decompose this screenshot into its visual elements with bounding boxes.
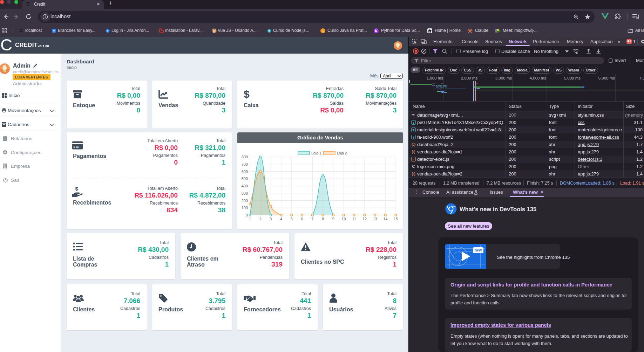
svg-text:800: 800 xyxy=(242,155,248,159)
svg-text:Loja 2: Loja 2 xyxy=(337,151,347,155)
svg-text:1: 1 xyxy=(249,217,251,221)
svg-text:600: 600 xyxy=(242,170,248,174)
svg-text:11: 11 xyxy=(352,217,356,221)
svg-text:7: 7 xyxy=(311,217,313,221)
svg-text:14: 14 xyxy=(383,217,387,221)
svg-text:200: 200 xyxy=(242,199,248,203)
svg-text:3: 3 xyxy=(270,217,272,221)
svg-text:15: 15 xyxy=(394,217,398,221)
svg-text:100: 100 xyxy=(242,206,248,210)
svg-text:300: 300 xyxy=(242,191,248,195)
svg-text:0: 0 xyxy=(246,213,248,217)
svg-text:Loja 1: Loja 1 xyxy=(311,151,321,155)
svg-text:2: 2 xyxy=(259,217,262,221)
svg-text:8: 8 xyxy=(322,217,324,221)
svg-text:9: 9 xyxy=(332,217,334,221)
svg-text:700: 700 xyxy=(242,162,248,166)
svg-text:5: 5 xyxy=(291,217,293,221)
svg-text:$: $ xyxy=(75,186,79,192)
svg-text:500: 500 xyxy=(242,177,248,181)
svg-text:12: 12 xyxy=(362,217,367,221)
svg-text:13: 13 xyxy=(373,217,377,221)
svg-text:400: 400 xyxy=(242,184,248,188)
svg-text:10: 10 xyxy=(341,217,346,221)
svg-text:6: 6 xyxy=(301,217,303,221)
svg-text:4: 4 xyxy=(280,217,282,221)
